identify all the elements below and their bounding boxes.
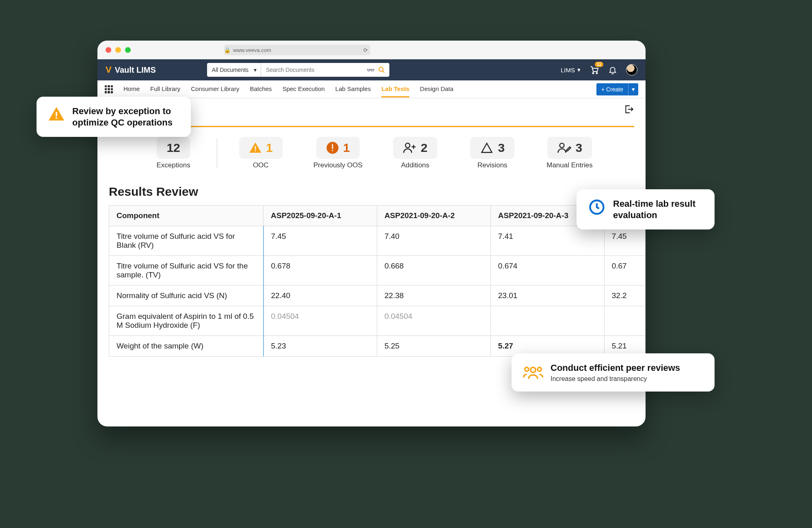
clock-icon: [588, 198, 606, 216]
app-switcher[interactable]: LIMS ▾: [561, 66, 581, 74]
bell-icon[interactable]: [608, 65, 617, 74]
nav-item[interactable]: Full Library: [150, 81, 180, 97]
nav-item[interactable]: Consumer Library: [191, 81, 239, 97]
cell[interactable]: 22.40: [263, 286, 377, 306]
stat-value: 1: [343, 141, 350, 155]
nav-item[interactable]: Spec Execution: [283, 81, 325, 97]
svg-point-0: [379, 67, 383, 71]
cell[interactable]: 0.67: [604, 256, 645, 286]
cell[interactable]: 0.04504: [263, 306, 377, 336]
stat-label: Manual Entries: [546, 161, 592, 169]
stat-value: 3: [576, 141, 583, 155]
search-input[interactable]: [261, 63, 367, 77]
svg-rect-11: [56, 112, 57, 117]
brand-text: Vault LIMS: [115, 65, 156, 75]
cell[interactable]: 7.40: [377, 226, 490, 256]
svg-rect-7: [332, 144, 333, 149]
create-button-group: + Create ▾: [596, 83, 638, 95]
svg-point-14: [531, 367, 536, 372]
column-header[interactable]: ASP2021-09-20-A-2: [377, 206, 490, 226]
cart-badge: 11: [595, 62, 603, 67]
cell[interactable]: 7.45: [263, 226, 377, 256]
cart-button[interactable]: 11: [590, 65, 599, 75]
topbar: V Vault LIMS All Documents ▾ 👓 LIMS ▾ 11: [97, 59, 646, 80]
refresh-icon[interactable]: ⟳: [363, 47, 368, 53]
create-button[interactable]: + Create: [596, 83, 628, 95]
window-max-dot[interactable]: [125, 47, 131, 53]
callout-title: Review by exception to optimize QC opera…: [72, 106, 179, 128]
create-dropdown[interactable]: ▾: [628, 83, 638, 95]
stat-label: Previously OOS: [313, 161, 363, 169]
cell[interactable]: 5.25: [377, 336, 490, 357]
cell[interactable]: 23.01: [490, 286, 604, 306]
window-min-dot[interactable]: [115, 47, 121, 53]
nav-item[interactable]: Lab Samples: [335, 81, 371, 97]
binoculars-icon[interactable]: 👓: [367, 66, 375, 74]
cell[interactable]: 0.668: [377, 256, 490, 286]
app-switcher-label: LIMS: [561, 67, 575, 74]
search-icon[interactable]: [378, 66, 385, 74]
url-text: www.veeva.com: [233, 47, 271, 53]
warning-icon: [48, 106, 65, 123]
apps-menu-icon[interactable]: [105, 85, 113, 93]
avatar[interactable]: [626, 64, 637, 76]
svg-point-3: [596, 73, 598, 74]
person-edit-icon: [557, 142, 572, 154]
stat-card[interactable]: 2Additions: [382, 137, 449, 169]
stat-card[interactable]: 1OOC: [227, 137, 294, 169]
stat-card[interactable]: 3Revisions: [459, 137, 526, 169]
cell[interactable]: 7.41: [490, 226, 604, 256]
stat-card[interactable]: 1Previously OOS: [304, 137, 371, 169]
window-close-dot[interactable]: [106, 47, 111, 53]
column-header[interactable]: ASP2025-09-20-A-1: [263, 206, 377, 226]
doc-type-label: All Documents: [212, 67, 248, 73]
nav-item[interactable]: Home: [123, 81, 140, 97]
stat-value: 1: [266, 141, 273, 155]
table-row: Titre volume of Sulfuric acid VS for the…: [109, 256, 646, 286]
cell[interactable]: 32.2: [604, 286, 645, 306]
nav-item[interactable]: Batches: [250, 81, 272, 97]
cell[interactable]: 0.04504: [377, 306, 490, 336]
brand-logo-icon: V: [106, 65, 112, 75]
callout-peer-review: Conduct efficient peer reviews Increase …: [512, 353, 715, 392]
column-header[interactable]: Component: [109, 206, 263, 226]
chevron-down-icon: ▾: [254, 67, 257, 73]
cell[interactable]: 7.45: [604, 226, 645, 256]
stat-value: 12: [166, 141, 180, 155]
cell[interactable]: [490, 306, 604, 336]
browser-chrome: 🔒 www.veeva.com ⟳: [97, 41, 646, 59]
stat-card[interactable]: 12Exceptions: [140, 137, 207, 169]
row-label: Gram equivalent of Aspirin to 1 ml of 0.…: [109, 306, 263, 336]
stat-label: Exceptions: [157, 161, 190, 169]
lock-icon: 🔒: [224, 47, 231, 53]
table-row: Gram equivalent of Aspirin to 1 ml of 0.…: [109, 306, 646, 336]
nav-item[interactable]: Lab Tests: [381, 81, 409, 97]
exit-icon[interactable]: [624, 104, 634, 115]
svg-rect-8: [332, 150, 333, 151]
svg-rect-12: [56, 117, 57, 119]
cell[interactable]: 5.23: [263, 336, 377, 357]
doc-type-select[interactable]: All Documents ▾: [207, 63, 261, 77]
callout-review-exception: Review by exception to optimize QC opera…: [37, 97, 191, 137]
stat-card[interactable]: 3Manual Entries: [536, 137, 603, 169]
cell[interactable]: 0.674: [490, 256, 604, 286]
row-label: Normality of Sulfuric acid VS (N): [109, 286, 263, 306]
svg-line-1: [382, 71, 384, 73]
svg-point-9: [406, 143, 410, 147]
svg-rect-4: [255, 146, 256, 149]
person-plus-icon: [403, 142, 417, 154]
stat-label: OOC: [253, 161, 269, 169]
url-bar[interactable]: 🔒 www.veeva.com ⟳: [224, 45, 370, 55]
svg-point-2: [593, 73, 594, 74]
cell[interactable]: [604, 306, 645, 336]
nav-item[interactable]: Design Data: [420, 81, 454, 97]
row-label: Titre volume of Sulfuric acid VS for Bla…: [109, 226, 263, 256]
cell[interactable]: 0.678: [263, 256, 377, 286]
stat-value: 2: [421, 141, 428, 155]
cell[interactable]: 22.38: [377, 286, 490, 306]
row-label: Titre volume of Sulfuric acid VS for the…: [109, 256, 263, 286]
svg-point-16: [538, 367, 541, 371]
brand[interactable]: V Vault LIMS: [106, 65, 156, 75]
stat-label: Revisions: [477, 161, 508, 169]
stat-value: 3: [498, 141, 505, 155]
